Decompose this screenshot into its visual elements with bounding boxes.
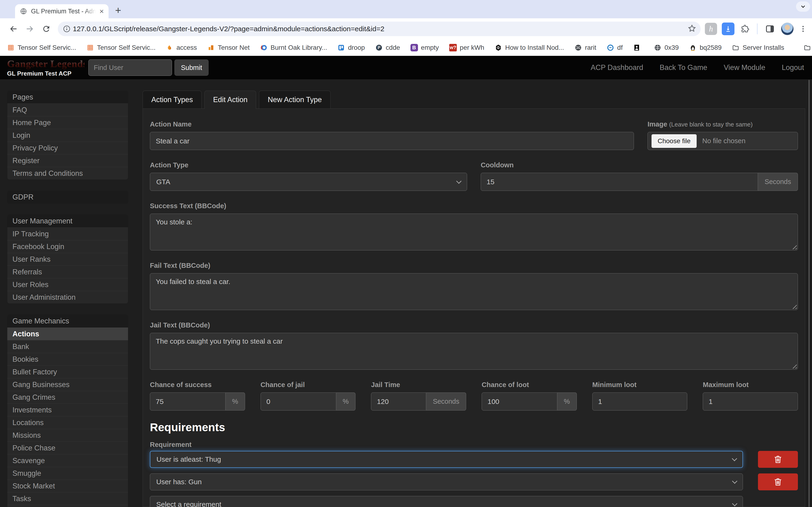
nav-view-module[interactable]: View Module <box>724 63 765 72</box>
profile-avatar[interactable] <box>781 22 794 35</box>
bookmark-item[interactable]: droop <box>338 44 365 51</box>
sidebar-item-user-roles[interactable]: User Roles <box>7 278 128 291</box>
delete-requirement-button[interactable] <box>758 473 798 490</box>
back-button[interactable] <box>6 21 21 36</box>
sidebar-item-gang-businesses[interactable]: Gang Businesses <box>7 378 128 391</box>
bookmark-item[interactable]: access <box>166 44 197 51</box>
action-name-input[interactable] <box>150 132 634 150</box>
kebab-menu-icon[interactable] <box>798 21 808 36</box>
sidebar-item-terms[interactable]: Terms and Conditions <box>7 167 128 180</box>
bookmark-item[interactable]: Tensor Net <box>207 44 250 51</box>
logo-text: Gangster Legends <box>7 58 85 69</box>
bookmark-item[interactable]: bq2589 <box>689 44 721 51</box>
sidebar-item-register[interactable]: Register <box>7 154 128 167</box>
toolbar-divider <box>757 23 758 34</box>
sidebar-header-gdpr[interactable]: GDPR <box>7 191 128 204</box>
bookmark-item[interactable]: P cdde <box>375 44 400 51</box>
bookmark-item[interactable]: w? per kWh <box>449 44 484 51</box>
new-tab-button[interactable]: + <box>115 5 121 15</box>
tab-search-button[interactable] <box>796 1 810 12</box>
url-text[interactable]: 127.0.0.1/GLScript/release/Gangster-Lege… <box>73 25 688 33</box>
bookmark-item[interactable]: 0x39 <box>654 44 679 51</box>
extensions-puzzle-icon[interactable] <box>739 21 751 36</box>
delete-requirement-button[interactable] <box>758 451 798 468</box>
bookmark-star-icon[interactable] <box>688 24 696 34</box>
choose-file-button[interactable]: Choose file <box>652 134 697 148</box>
bookmark-item[interactable]: Server Installs <box>732 44 784 51</box>
bookmark-item[interactable]: Tensor Self Servic... <box>7 44 76 51</box>
sidebar-item-gang-crimes[interactable]: Gang Crimes <box>7 391 128 403</box>
bookmark-item[interactable] <box>633 44 644 51</box>
bookmark-item[interactable]: df <box>607 44 623 51</box>
cooldown-input[interactable] <box>481 173 758 191</box>
sidebar-item-bank[interactable]: Bank <box>7 340 128 353</box>
sidebar-item-ip-tracking[interactable]: IP Tracking <box>7 227 128 240</box>
folder-icon <box>732 44 740 51</box>
bookmark-item[interactable]: Burnt Oak Library... <box>260 44 327 51</box>
jail-time-input[interactable] <box>371 392 426 410</box>
browser-tab[interactable]: GL Premium Test - Admin Con × <box>15 4 109 18</box>
sidebar-item-user-administration[interactable]: User Administration <box>7 291 128 303</box>
page-scrollbar[interactable] <box>808 80 810 507</box>
nav-logout[interactable]: Logout <box>782 63 804 72</box>
site-info-icon[interactable] <box>61 23 73 35</box>
sidebar-item-theft[interactable]: Theft <box>7 505 128 507</box>
requirement-select-1[interactable]: User is atleast: Thug <box>150 451 743 468</box>
sidebar-item-tasks[interactable]: Tasks <box>7 492 128 505</box>
site-subtitle: GL Premium Test ACP <box>7 70 85 77</box>
all-bookmarks-button[interactable]: All Bookmarks <box>804 44 812 51</box>
image-file-input[interactable]: Choose file No file chosen <box>648 132 798 150</box>
p-circle-icon: P <box>375 44 383 51</box>
download-extension-icon[interactable] <box>722 22 734 35</box>
maximum-loot-input[interactable] <box>703 392 798 410</box>
nav-acp-dashboard[interactable]: ACP Dashboard <box>591 63 643 72</box>
bookmark-item[interactable]: B empty <box>410 44 439 51</box>
sidebar-item-bookies[interactable]: Bookies <box>7 353 128 365</box>
side-panel-icon[interactable] <box>764 21 776 36</box>
sidebar-item-privacy-policy[interactable]: Privacy Policy <box>7 142 128 154</box>
sidebar-item-referrals[interactable]: Referrals <box>7 266 128 278</box>
tab-close-icon[interactable]: × <box>99 7 104 15</box>
chance-loot-input[interactable] <box>481 392 557 410</box>
tab-edit-action[interactable]: Edit Action <box>204 91 256 109</box>
chance-success-label: Chance of success <box>150 381 245 389</box>
forward-button[interactable] <box>22 21 37 36</box>
reload-button[interactable] <box>39 21 54 36</box>
success-text-textarea[interactable]: You stole a: <box>150 214 798 250</box>
sidebar-item-investments[interactable]: Investments <box>7 403 128 416</box>
sidebar-item-user-ranks[interactable]: User Ranks <box>7 253 128 266</box>
requirement-select-2[interactable]: User has: Gun <box>150 473 743 490</box>
jail-text-textarea[interactable]: The cops caught you trying to steal a ca… <box>150 333 798 370</box>
find-user-submit-button[interactable]: Submit <box>174 59 209 76</box>
chance-jail-input[interactable] <box>261 392 336 410</box>
site-logo[interactable]: Gangster Legends GL Premium Test ACP <box>7 58 85 77</box>
tab-action-types[interactable]: Action Types <box>143 91 202 108</box>
fail-text-textarea[interactable]: You failed to steal a car. <box>150 273 798 310</box>
sidebar-item-faq[interactable]: FAQ <box>7 104 128 116</box>
sidebar-item-home-page[interactable]: Home Page <box>7 116 128 129</box>
tab-new-action-type[interactable]: New Action Type <box>259 91 331 108</box>
sidebar-item-stock-market[interactable]: Stock Market <box>7 480 128 492</box>
sidebar-item-scavenge[interactable]: Scavenge <box>7 454 128 467</box>
bookmark-item[interactable]: Tensor Self Servic... <box>87 44 156 51</box>
sidebar-item-login[interactable]: Login <box>7 129 128 142</box>
requirement-select-new[interactable]: Select a requirement <box>150 496 743 507</box>
sidebar-item-facebook-login[interactable]: Facebook Login <box>7 240 128 253</box>
address-bar[interactable]: 127.0.0.1/GLScript/release/Gangster-Lege… <box>58 21 701 36</box>
honey-extension-icon[interactable]: h <box>705 23 717 35</box>
sidebar-item-police-chase[interactable]: Police Chase <box>7 442 128 454</box>
bookmark-item[interactable]: How to Install Nod... <box>495 44 564 51</box>
chevron-down-icon <box>732 501 738 506</box>
success-text-label: Success Text (BBCode) <box>150 202 798 210</box>
bookmark-item[interactable]: rarit <box>574 44 596 51</box>
sidebar-item-locations[interactable]: Locations <box>7 416 128 429</box>
sidebar-item-actions[interactable]: Actions <box>7 327 128 340</box>
nav-back-to-game[interactable]: Back To Game <box>660 63 707 72</box>
find-user-input[interactable] <box>88 59 172 76</box>
sidebar-item-smuggle[interactable]: Smuggle <box>7 467 128 480</box>
sidebar-item-missions[interactable]: Missions <box>7 429 128 442</box>
action-type-select[interactable]: GTA <box>150 173 467 191</box>
minimum-loot-input[interactable] <box>592 392 688 410</box>
sidebar-item-bullet-factory[interactable]: Bullet Factory <box>7 365 128 378</box>
chance-success-input[interactable] <box>150 392 225 410</box>
